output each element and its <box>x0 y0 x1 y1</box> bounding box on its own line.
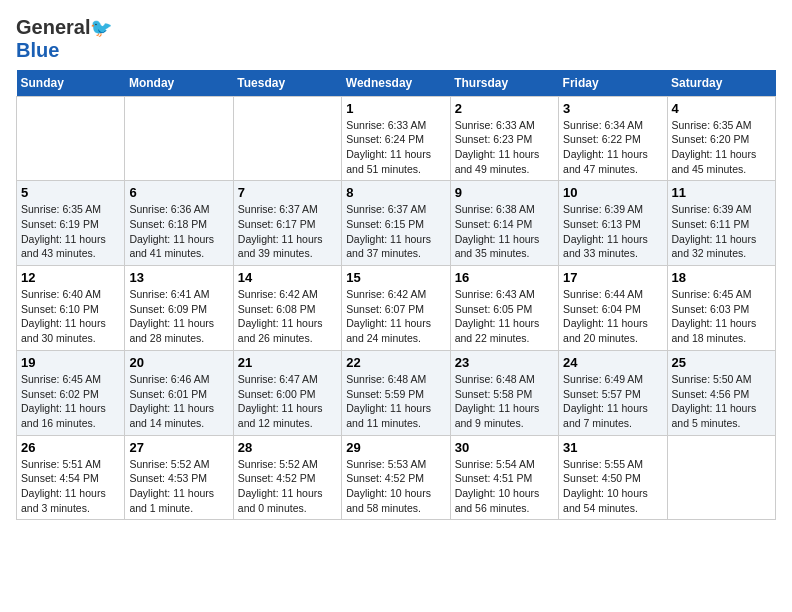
calendar-header-row: SundayMondayTuesdayWednesdayThursdayFrid… <box>17 70 776 97</box>
day-number: 6 <box>129 185 228 200</box>
day-cell-14: 14Sunrise: 6:42 AMSunset: 6:08 PMDayligh… <box>233 266 341 351</box>
day-info: Sunrise: 6:47 AMSunset: 6:00 PMDaylight:… <box>238 372 337 431</box>
day-info: Sunrise: 6:48 AMSunset: 5:59 PMDaylight:… <box>346 372 445 431</box>
day-cell-24: 24Sunrise: 6:49 AMSunset: 5:57 PMDayligh… <box>559 350 667 435</box>
day-cell-29: 29Sunrise: 5:53 AMSunset: 4:52 PMDayligh… <box>342 435 450 520</box>
day-cell-4: 4Sunrise: 6:35 AMSunset: 6:20 PMDaylight… <box>667 96 775 181</box>
empty-cell <box>667 435 775 520</box>
day-cell-17: 17Sunrise: 6:44 AMSunset: 6:04 PMDayligh… <box>559 266 667 351</box>
day-number: 2 <box>455 101 554 116</box>
day-cell-5: 5Sunrise: 6:35 AMSunset: 6:19 PMDaylight… <box>17 181 125 266</box>
day-cell-12: 12Sunrise: 6:40 AMSunset: 6:10 PMDayligh… <box>17 266 125 351</box>
day-info: Sunrise: 6:45 AMSunset: 6:03 PMDaylight:… <box>672 287 771 346</box>
week-row-2: 5Sunrise: 6:35 AMSunset: 6:19 PMDaylight… <box>17 181 776 266</box>
day-cell-2: 2Sunrise: 6:33 AMSunset: 6:23 PMDaylight… <box>450 96 558 181</box>
day-cell-15: 15Sunrise: 6:42 AMSunset: 6:07 PMDayligh… <box>342 266 450 351</box>
column-header-monday: Monday <box>125 70 233 97</box>
day-info: Sunrise: 6:33 AMSunset: 6:24 PMDaylight:… <box>346 118 445 177</box>
day-number: 3 <box>563 101 662 116</box>
day-cell-9: 9Sunrise: 6:38 AMSunset: 6:14 PMDaylight… <box>450 181 558 266</box>
day-cell-23: 23Sunrise: 6:48 AMSunset: 5:58 PMDayligh… <box>450 350 558 435</box>
day-cell-28: 28Sunrise: 5:52 AMSunset: 4:52 PMDayligh… <box>233 435 341 520</box>
week-row-5: 26Sunrise: 5:51 AMSunset: 4:54 PMDayligh… <box>17 435 776 520</box>
empty-cell <box>125 96 233 181</box>
day-info: Sunrise: 5:53 AMSunset: 4:52 PMDaylight:… <box>346 457 445 516</box>
week-row-3: 12Sunrise: 6:40 AMSunset: 6:10 PMDayligh… <box>17 266 776 351</box>
day-info: Sunrise: 6:37 AMSunset: 6:15 PMDaylight:… <box>346 202 445 261</box>
logo-bird-icon: 🐦 <box>90 18 112 38</box>
day-info: Sunrise: 5:51 AMSunset: 4:54 PMDaylight:… <box>21 457 120 516</box>
empty-cell <box>17 96 125 181</box>
day-info: Sunrise: 6:35 AMSunset: 6:20 PMDaylight:… <box>672 118 771 177</box>
day-cell-21: 21Sunrise: 6:47 AMSunset: 6:00 PMDayligh… <box>233 350 341 435</box>
calendar-table: SundayMondayTuesdayWednesdayThursdayFrid… <box>16 70 776 521</box>
day-info: Sunrise: 6:42 AMSunset: 6:08 PMDaylight:… <box>238 287 337 346</box>
day-info: Sunrise: 6:45 AMSunset: 6:02 PMDaylight:… <box>21 372 120 431</box>
day-info: Sunrise: 6:43 AMSunset: 6:05 PMDaylight:… <box>455 287 554 346</box>
day-number: 12 <box>21 270 120 285</box>
day-info: Sunrise: 6:49 AMSunset: 5:57 PMDaylight:… <box>563 372 662 431</box>
week-row-1: 1Sunrise: 6:33 AMSunset: 6:24 PMDaylight… <box>17 96 776 181</box>
day-info: Sunrise: 6:42 AMSunset: 6:07 PMDaylight:… <box>346 287 445 346</box>
day-number: 7 <box>238 185 337 200</box>
day-number: 9 <box>455 185 554 200</box>
logo-blue: Blue <box>16 39 59 61</box>
column-header-sunday: Sunday <box>17 70 125 97</box>
day-cell-10: 10Sunrise: 6:39 AMSunset: 6:13 PMDayligh… <box>559 181 667 266</box>
day-info: Sunrise: 5:52 AMSunset: 4:52 PMDaylight:… <box>238 457 337 516</box>
day-cell-16: 16Sunrise: 6:43 AMSunset: 6:05 PMDayligh… <box>450 266 558 351</box>
day-cell-6: 6Sunrise: 6:36 AMSunset: 6:18 PMDaylight… <box>125 181 233 266</box>
day-number: 1 <box>346 101 445 116</box>
day-number: 11 <box>672 185 771 200</box>
day-info: Sunrise: 6:40 AMSunset: 6:10 PMDaylight:… <box>21 287 120 346</box>
day-info: Sunrise: 6:38 AMSunset: 6:14 PMDaylight:… <box>455 202 554 261</box>
day-info: Sunrise: 6:37 AMSunset: 6:17 PMDaylight:… <box>238 202 337 261</box>
column-header-friday: Friday <box>559 70 667 97</box>
day-number: 23 <box>455 355 554 370</box>
day-cell-11: 11Sunrise: 6:39 AMSunset: 6:11 PMDayligh… <box>667 181 775 266</box>
day-cell-3: 3Sunrise: 6:34 AMSunset: 6:22 PMDaylight… <box>559 96 667 181</box>
day-number: 21 <box>238 355 337 370</box>
day-number: 17 <box>563 270 662 285</box>
day-number: 25 <box>672 355 771 370</box>
day-number: 14 <box>238 270 337 285</box>
day-number: 10 <box>563 185 662 200</box>
day-number: 16 <box>455 270 554 285</box>
day-number: 15 <box>346 270 445 285</box>
column-header-thursday: Thursday <box>450 70 558 97</box>
empty-cell <box>233 96 341 181</box>
day-cell-8: 8Sunrise: 6:37 AMSunset: 6:15 PMDaylight… <box>342 181 450 266</box>
day-cell-18: 18Sunrise: 6:45 AMSunset: 6:03 PMDayligh… <box>667 266 775 351</box>
day-info: Sunrise: 6:39 AMSunset: 6:11 PMDaylight:… <box>672 202 771 261</box>
column-header-tuesday: Tuesday <box>233 70 341 97</box>
day-cell-1: 1Sunrise: 6:33 AMSunset: 6:24 PMDaylight… <box>342 96 450 181</box>
day-info: Sunrise: 6:48 AMSunset: 5:58 PMDaylight:… <box>455 372 554 431</box>
logo: General🐦 Blue <box>16 16 112 62</box>
day-number: 22 <box>346 355 445 370</box>
day-info: Sunrise: 6:44 AMSunset: 6:04 PMDaylight:… <box>563 287 662 346</box>
day-number: 30 <box>455 440 554 455</box>
day-info: Sunrise: 6:36 AMSunset: 6:18 PMDaylight:… <box>129 202 228 261</box>
week-row-4: 19Sunrise: 6:45 AMSunset: 6:02 PMDayligh… <box>17 350 776 435</box>
day-info: Sunrise: 5:55 AMSunset: 4:50 PMDaylight:… <box>563 457 662 516</box>
day-number: 28 <box>238 440 337 455</box>
day-number: 4 <box>672 101 771 116</box>
day-number: 20 <box>129 355 228 370</box>
day-info: Sunrise: 6:35 AMSunset: 6:19 PMDaylight:… <box>21 202 120 261</box>
day-info: Sunrise: 6:41 AMSunset: 6:09 PMDaylight:… <box>129 287 228 346</box>
day-info: Sunrise: 6:46 AMSunset: 6:01 PMDaylight:… <box>129 372 228 431</box>
column-header-saturday: Saturday <box>667 70 775 97</box>
logo-general: General <box>16 16 90 38</box>
day-number: 18 <box>672 270 771 285</box>
day-cell-30: 30Sunrise: 5:54 AMSunset: 4:51 PMDayligh… <box>450 435 558 520</box>
day-cell-13: 13Sunrise: 6:41 AMSunset: 6:09 PMDayligh… <box>125 266 233 351</box>
day-cell-19: 19Sunrise: 6:45 AMSunset: 6:02 PMDayligh… <box>17 350 125 435</box>
day-info: Sunrise: 5:50 AMSunset: 4:56 PMDaylight:… <box>672 372 771 431</box>
day-number: 24 <box>563 355 662 370</box>
day-info: Sunrise: 5:54 AMSunset: 4:51 PMDaylight:… <box>455 457 554 516</box>
day-cell-22: 22Sunrise: 6:48 AMSunset: 5:59 PMDayligh… <box>342 350 450 435</box>
day-number: 27 <box>129 440 228 455</box>
day-cell-20: 20Sunrise: 6:46 AMSunset: 6:01 PMDayligh… <box>125 350 233 435</box>
day-cell-31: 31Sunrise: 5:55 AMSunset: 4:50 PMDayligh… <box>559 435 667 520</box>
day-number: 19 <box>21 355 120 370</box>
